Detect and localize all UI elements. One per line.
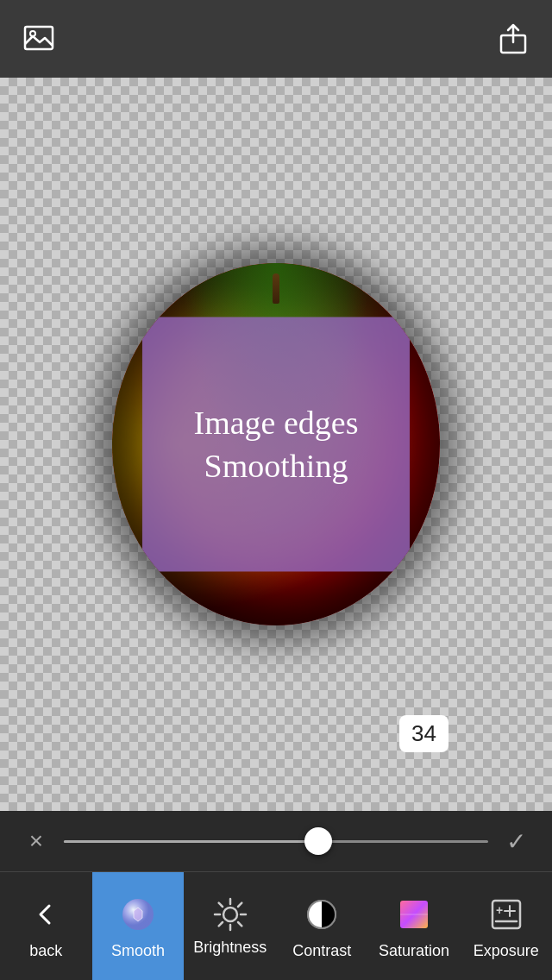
tool-contrast-label: Contrast xyxy=(292,942,351,960)
confirm-button[interactable]: ✓ xyxy=(497,822,535,860)
svg-rect-0 xyxy=(25,27,53,49)
tool-back[interactable]: back xyxy=(0,872,92,981)
svg-line-11 xyxy=(238,922,242,926)
slider-track[interactable] xyxy=(64,840,488,843)
brightness-icon xyxy=(211,895,249,933)
tool-back-label: back xyxy=(29,942,62,960)
svg-line-10 xyxy=(218,903,222,907)
bottom-toolbar: back Smooth xyxy=(0,871,552,980)
tool-brightness-label: Brightness xyxy=(193,939,267,957)
slider-thumb[interactable] xyxy=(304,827,332,855)
apple-container: Image edges Smoothing xyxy=(95,237,457,651)
canvas-area: Image edges Smoothing 34 xyxy=(0,78,552,811)
svg-line-13 xyxy=(218,922,222,926)
tool-saturation[interactable]: Saturation xyxy=(368,872,461,981)
slider-container[interactable] xyxy=(64,822,488,860)
saturation-icon xyxy=(392,892,436,937)
slider-fill xyxy=(64,840,318,843)
smooth-overlay: Image edges Smoothing xyxy=(142,317,410,572)
contrast-icon xyxy=(299,892,344,937)
tool-brightness[interactable]: Brightness xyxy=(184,872,276,981)
svg-text:+: + xyxy=(496,903,503,917)
back-icon xyxy=(23,892,68,937)
apple-stem xyxy=(273,273,279,304)
top-toolbar xyxy=(0,0,552,78)
share-icon[interactable] xyxy=(492,17,535,60)
exposure-icon: + xyxy=(484,892,529,937)
image-icon[interactable] xyxy=(17,17,60,60)
close-button[interactable]: × xyxy=(17,822,55,860)
tool-exposure[interactable]: + Exposure xyxy=(460,872,552,981)
smooth-overlay-text: Image edges Smoothing xyxy=(194,402,359,487)
value-badge: 34 xyxy=(399,715,448,752)
tool-saturation-label: Saturation xyxy=(379,942,449,960)
tool-contrast[interactable]: Contrast xyxy=(276,872,368,981)
tool-smooth-label: Smooth xyxy=(111,942,165,960)
smooth-icon xyxy=(116,892,160,937)
slider-area: × ✓ xyxy=(0,811,552,871)
tool-exposure-label: Exposure xyxy=(474,942,539,960)
svg-point-5 xyxy=(223,908,237,921)
tool-smooth[interactable]: Smooth xyxy=(92,872,185,981)
apple-image: Image edges Smoothing xyxy=(112,263,440,625)
svg-marker-4 xyxy=(134,908,142,921)
svg-line-12 xyxy=(238,903,242,907)
